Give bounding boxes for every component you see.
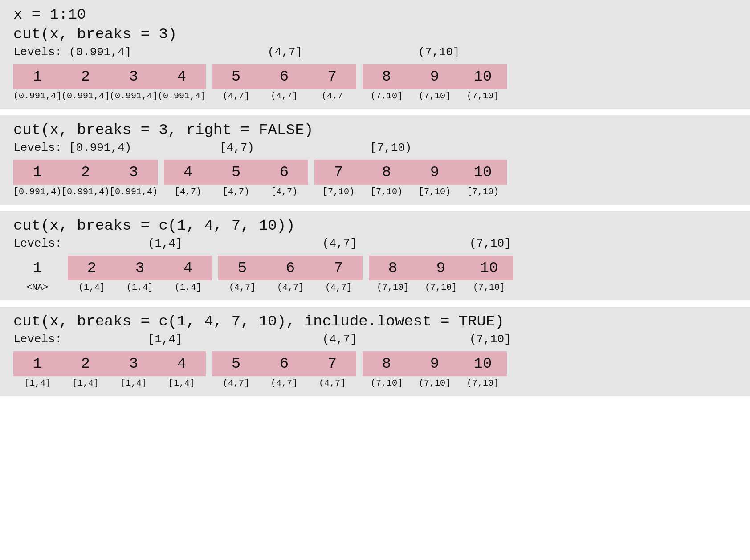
values-row: 12345678910	[13, 351, 737, 376]
bin-label: (4,7]	[212, 378, 260, 388]
value-cell: 5	[212, 160, 260, 185]
value-group: 567	[218, 256, 363, 280]
example-panel: cut(x, breaks = c(1, 4, 7, 10), include.…	[0, 307, 750, 396]
level-interval: [0.991,4)	[69, 141, 213, 154]
bin-group: (7,10](7,10](7,10]	[363, 91, 507, 101]
value-cell: 2	[68, 256, 116, 280]
bin-label: (7,10]	[411, 91, 459, 101]
value-cell: 5	[212, 64, 260, 89]
value-group: 456	[164, 160, 308, 185]
value-cell: 10	[459, 64, 507, 89]
value-group: 8910	[369, 256, 513, 280]
bin-label: (7,10]	[459, 378, 507, 388]
value-group: 8910	[363, 351, 507, 376]
bin-label: (7,10]	[411, 378, 459, 388]
bin-label: (1,4]	[164, 282, 212, 292]
value-cell: 10	[459, 160, 507, 185]
value-group: 123	[13, 160, 158, 185]
levels-intervals: [0.991,4)[4,7)[7,10)	[69, 141, 737, 154]
code-line: cut(x, breaks = c(1, 4, 7, 10), include.…	[13, 313, 737, 330]
levels-row: Levels: [1,4](4,7](7,10]	[13, 333, 737, 346]
value-group: 78910	[314, 160, 507, 185]
value-cell: 1	[13, 160, 61, 185]
bin-label: [1,4]	[61, 378, 110, 388]
level-interval: (1,4]	[69, 237, 261, 250]
bin-label: (7,10]	[363, 378, 411, 388]
bin-group: (4,7](4,7](4,7	[212, 91, 356, 101]
bin-label: (4,7]	[266, 282, 314, 292]
bin-group: (4,7](4,7](4,7]	[218, 282, 363, 292]
bin-label: (4,7]	[218, 282, 266, 292]
bin-label: [7,10)	[459, 187, 507, 197]
value-cell: 9	[411, 64, 459, 89]
value-cell: 6	[260, 351, 308, 376]
bin-group: [7,10)[7,10)[7,10)[7,10)	[314, 187, 507, 197]
value-cell: 2	[61, 351, 110, 376]
code-line: cut(x, breaks = c(1, 4, 7, 10))	[13, 217, 737, 234]
bin-group: [0.991,4)[0.991,4)[0.991,4)	[13, 187, 158, 197]
levels-row: Levels: [0.991,4)[4,7)[7,10)	[13, 141, 737, 154]
level-interval: (7,10]	[418, 45, 562, 59]
bin-label: (0.991,4]	[13, 91, 61, 101]
bin-label: [1,4]	[110, 378, 158, 388]
values-row: 12345678910	[13, 256, 737, 280]
levels-label: Levels:	[13, 45, 69, 59]
value-cell: 9	[411, 160, 459, 185]
levels-row: Levels: (0.991,4](4,7](7,10]	[13, 45, 737, 59]
example-panel: cut(x, breaks = c(1, 4, 7, 10))Levels: (…	[0, 211, 750, 300]
level-interval: (7,10]	[418, 237, 562, 250]
bin-label: [0.991,4)	[61, 187, 110, 197]
example-panel: x = 1:10cut(x, breaks = 3)Levels: (0.991…	[0, 0, 750, 109]
value-cell: 8	[363, 351, 411, 376]
bin-group: [1,4][1,4][1,4][1,4]	[13, 378, 206, 388]
levels-intervals: [1,4](4,7](7,10]	[69, 333, 737, 346]
value-cell: 2	[61, 64, 110, 89]
levels-label: Levels:	[13, 237, 69, 250]
value-group: 8910	[363, 64, 507, 89]
bin-label: [7,10)	[363, 187, 411, 197]
bin-label: (0.991,4]	[110, 91, 158, 101]
value-group: 234	[68, 256, 212, 280]
bin-label: (7,10]	[369, 282, 417, 292]
levels-intervals: (0.991,4](4,7](7,10]	[69, 45, 737, 59]
example-panel: cut(x, breaks = 3, right = FALSE)Levels:…	[0, 115, 750, 205]
bin-label: (1,4]	[116, 282, 164, 292]
level-interval: (4,7]	[268, 237, 412, 250]
value-cell: 4	[158, 64, 206, 89]
value-cell: 7	[314, 256, 363, 280]
value-cell: 8	[363, 160, 411, 185]
value-group: 567	[212, 351, 356, 376]
value-cell: 6	[260, 160, 308, 185]
bin-label: (4,7]	[260, 91, 308, 101]
bin-group: (1,4](1,4](1,4]	[68, 282, 212, 292]
value-cell: 8	[363, 64, 411, 89]
value-cell: 3	[110, 64, 158, 89]
value-cell: 9	[417, 256, 465, 280]
bin-label: [0.991,4)	[13, 187, 61, 197]
bin-label: (4,7	[308, 91, 356, 101]
value-cell: 1	[13, 256, 61, 280]
value-cell: 10	[465, 256, 513, 280]
value-group: 1	[13, 256, 61, 280]
level-interval: (0.991,4]	[69, 45, 261, 59]
value-cell: 1	[13, 64, 61, 89]
code-line: cut(x, breaks = 3, right = FALSE)	[13, 122, 737, 138]
level-interval: [4,7)	[220, 141, 364, 154]
value-cell: 3	[110, 351, 158, 376]
code-line: x = 1:10	[13, 6, 737, 23]
bin-label: (7,10]	[459, 91, 507, 101]
value-group: 1234	[13, 64, 206, 89]
bin-label: [1,4]	[158, 378, 206, 388]
bin-label: <NA>	[13, 282, 61, 292]
bin-group: (4,7](4,7](4,7]	[212, 378, 356, 388]
value-cell: 7	[314, 160, 363, 185]
levels-intervals: (1,4](4,7](7,10]	[69, 237, 737, 250]
bin-group: (7,10](7,10](7,10]	[369, 282, 513, 292]
values-row: 12345678910	[13, 64, 737, 89]
value-cell: 9	[411, 351, 459, 376]
bin-group: <NA>	[13, 282, 61, 292]
value-cell: 4	[164, 256, 212, 280]
bin-label: (7,10]	[465, 282, 513, 292]
value-cell: 6	[266, 256, 314, 280]
bin-label: [4,7)	[164, 187, 212, 197]
